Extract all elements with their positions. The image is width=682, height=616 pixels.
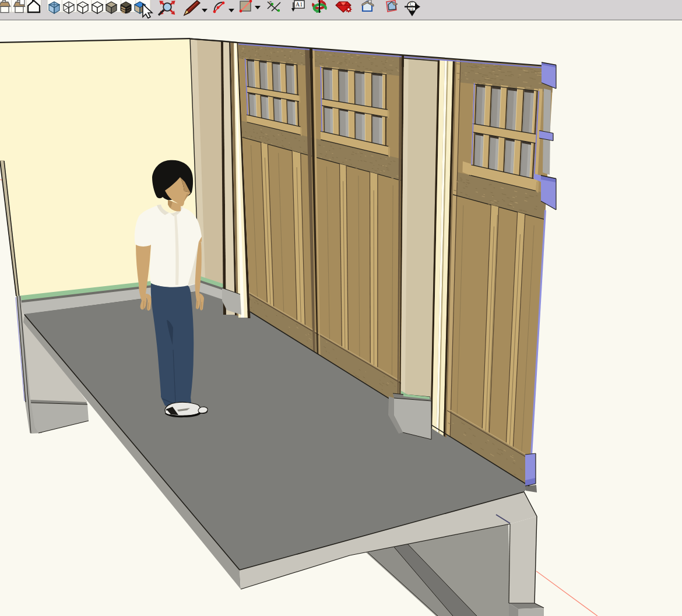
svg-text:4 6: 4 6 (409, 7, 414, 11)
svg-text:C: C (410, 2, 413, 7)
svg-text:5: 5 (269, 0, 272, 6)
svg-text:A1: A1 (296, 1, 303, 8)
